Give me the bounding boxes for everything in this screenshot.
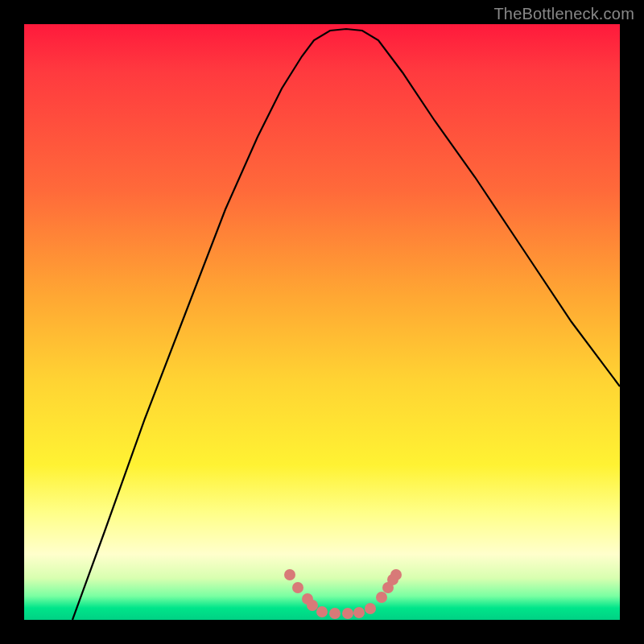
plot-area (24, 24, 620, 620)
gradient-background (24, 24, 620, 620)
chart-frame: TheBottleneck.com (0, 0, 644, 644)
watermark-text: TheBottleneck.com (493, 5, 634, 23)
